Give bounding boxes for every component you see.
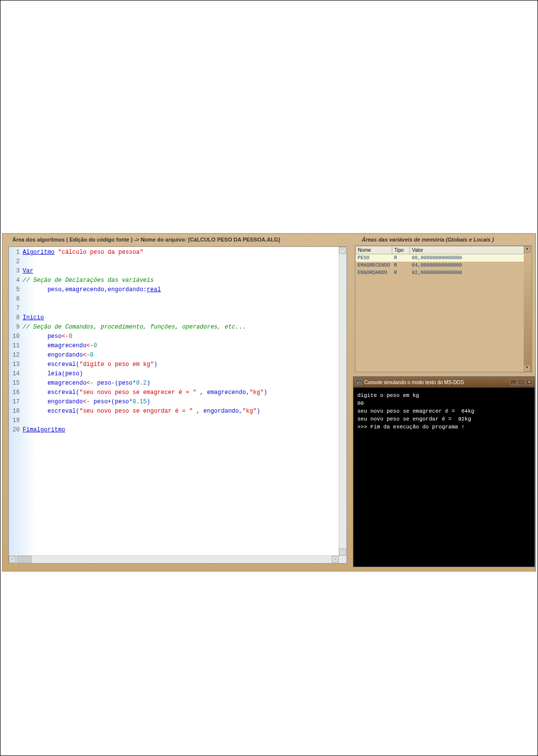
line-text: Algoritmo "cálculo peso da pessoa" (23, 248, 143, 257)
code-line[interactable]: 19 (9, 416, 347, 425)
line-number: 20 (9, 425, 23, 435)
line-number: 13 (9, 360, 23, 369)
variables-legend: Áreas das variáveis de memória (Globais … (360, 237, 496, 242)
code-line[interactable]: 20Fimalgoritmo (9, 425, 347, 435)
variable-cell-value: 64,00000000000000 (410, 262, 525, 269)
line-text: Inicio (23, 313, 44, 323)
code-line[interactable]: 4// Seção de Declarações das variáveis (9, 276, 347, 285)
variable-cell-type: R (392, 254, 410, 262)
line-number: 2 (9, 257, 23, 267)
code-editor[interactable]: 1Algoritmo "cálculo peso da pessoa"23Var… (8, 246, 347, 564)
line-number: 16 (9, 388, 23, 397)
line-text: Var (23, 267, 33, 276)
code-line[interactable]: 13 escreval("digite o peso em kg") (9, 360, 347, 369)
ide-container: Área dos algoritmos ( Edição do código f… (2, 233, 536, 572)
code-editor-panel: Área dos algoritmos ( Edição do código f… (5, 237, 350, 567)
code-line[interactable]: 7 (9, 304, 347, 313)
line-text: escreval("seu novo peso se emagrecer é =… (23, 388, 267, 397)
line-number: 5 (9, 285, 23, 295)
line-number: 17 (9, 397, 23, 407)
line-text: // Seção de Declarações das variáveis (23, 276, 154, 285)
line-number: 9 (9, 323, 23, 332)
minimize-button[interactable]: _ (510, 379, 517, 385)
line-text: peso<-0 (23, 332, 72, 341)
line-number: 19 (9, 416, 23, 425)
close-button[interactable]: ✕ (526, 379, 533, 385)
console-line: seu novo peso se emagrecer é = 64kg (357, 407, 531, 415)
col-header-name[interactable]: Nome (356, 246, 392, 254)
line-text: engordando<- peso+(peso*0.15) (23, 397, 150, 407)
variable-row[interactable]: PESOR80,00000000000000 (356, 254, 525, 262)
variables-table: Nome Tipo Valor PESOR80,00000000000000EM… (355, 246, 525, 276)
variables-scrollbar[interactable]: ▴ ▾ (524, 246, 532, 372)
console-title: Console simulando o modo texto do MS-DOS (364, 380, 510, 385)
console-window: c:\ Console simulando o modo texto do MS… (353, 376, 535, 567)
variable-cell-name: EMAGRECENDO (356, 262, 392, 269)
code-line[interactable]: 8Inicio (9, 313, 347, 323)
line-text: engordando<-0 (23, 351, 94, 360)
line-number: 10 (9, 332, 23, 341)
code-line[interactable]: 15 emagrecendo<- peso-(peso*0.2) (9, 379, 347, 388)
code-line[interactable]: 1Algoritmo "cálculo peso da pessoa" (9, 248, 347, 257)
console-icon: c:\ (355, 379, 362, 385)
code-line[interactable]: 5 peso,emagrecendo,engordando:real (9, 285, 347, 295)
scroll-down-icon[interactable]: ▾ (524, 365, 531, 372)
code-line[interactable]: 16 escreval("seu novo peso se emagrecer … (9, 388, 347, 397)
col-header-value[interactable]: Valor (410, 246, 525, 254)
scroll-up-icon[interactable]: ˄ (339, 247, 346, 254)
variable-cell-value: 92,00000000000000 (410, 269, 525, 276)
scroll-up-icon[interactable]: ▴ (524, 246, 531, 253)
line-number: 3 (9, 267, 23, 276)
code-line[interactable]: 11 emagrecendo<-0 (9, 341, 347, 351)
code-line[interactable]: 3Var (9, 267, 347, 276)
code-editor-legend: Área dos algoritmos ( Edição do código f… (10, 237, 282, 242)
line-number: 8 (9, 313, 23, 323)
line-number: 12 (9, 351, 23, 360)
line-text: leia(peso) (23, 369, 83, 379)
code-line[interactable]: 9// Seção de Comandos, procedimento, fun… (9, 323, 347, 332)
scroll-down-icon[interactable]: ˅ (339, 548, 346, 555)
variable-row[interactable]: ENGORDANDOR92,00000000000000 (356, 269, 525, 276)
line-number: 14 (9, 369, 23, 379)
line-number: 1 (9, 248, 23, 257)
line-number: 18 (9, 407, 23, 416)
variable-cell-value: 80,00000000000000 (410, 254, 525, 262)
line-number: 4 (9, 276, 23, 285)
line-number: 15 (9, 379, 23, 388)
scroll-left-icon[interactable]: ‹ (9, 556, 16, 563)
line-text: Fimalgoritmo (23, 425, 65, 435)
line-text: // Seção de Comandos, procedimento, funç… (23, 323, 246, 332)
code-line[interactable]: 6 (9, 295, 347, 304)
editor-horizontal-scrollbar[interactable]: ‹ › (9, 555, 347, 563)
line-text: escreval("digite o peso em kg") (23, 360, 158, 369)
code-line[interactable]: 10 peso<-0 (9, 332, 347, 341)
code-line[interactable]: 2 (9, 257, 347, 267)
variable-cell-name: PESO (356, 254, 392, 262)
variables-table-container: Nome Tipo Valor PESOR80,00000000000000EM… (355, 245, 532, 372)
line-text: escreval("seu novo peso se engordar é = … (23, 407, 260, 416)
variable-cell-type: R (392, 262, 410, 269)
code-line[interactable]: 12 engordando<-0 (9, 351, 347, 360)
console-line: digite o peso em kg (357, 392, 531, 399)
console-line: seu novo peso se engordar é = 92kg (357, 415, 531, 423)
variables-panel: Áreas das variáveis de memória (Globais … (353, 237, 534, 374)
col-header-type[interactable]: Tipo (392, 246, 410, 254)
console-titlebar[interactable]: c:\ Console simulando o modo texto do MS… (353, 377, 535, 388)
code-line[interactable]: 18 escreval("seu novo peso se engordar é… (9, 407, 347, 416)
scroll-right-icon[interactable]: › (332, 556, 339, 563)
line-text: emagrecendo<- peso-(peso*0.2) (23, 379, 150, 388)
code-line[interactable]: 17 engordando<- peso+(peso*0.15) (9, 397, 347, 407)
code-line[interactable]: 14 leia(peso) (9, 369, 347, 379)
line-text: emagrecendo<-0 (23, 341, 97, 351)
line-number: 11 (9, 341, 23, 351)
variable-cell-type: R (392, 269, 410, 276)
line-number: 6 (9, 295, 23, 304)
scroll-thumb[interactable] (17, 556, 32, 563)
variable-cell-name: ENGORDANDO (356, 269, 392, 276)
variable-row[interactable]: EMAGRECENDOR64,00000000000000 (356, 262, 525, 269)
line-text: peso,emagrecendo,engordando:real (23, 285, 161, 295)
maximize-button[interactable]: □ (518, 379, 525, 385)
editor-vertical-scrollbar[interactable]: ˄ ˅ (339, 247, 347, 555)
console-line: >>> Fim da execução do programa ! (357, 423, 531, 431)
line-number: 7 (9, 304, 23, 313)
